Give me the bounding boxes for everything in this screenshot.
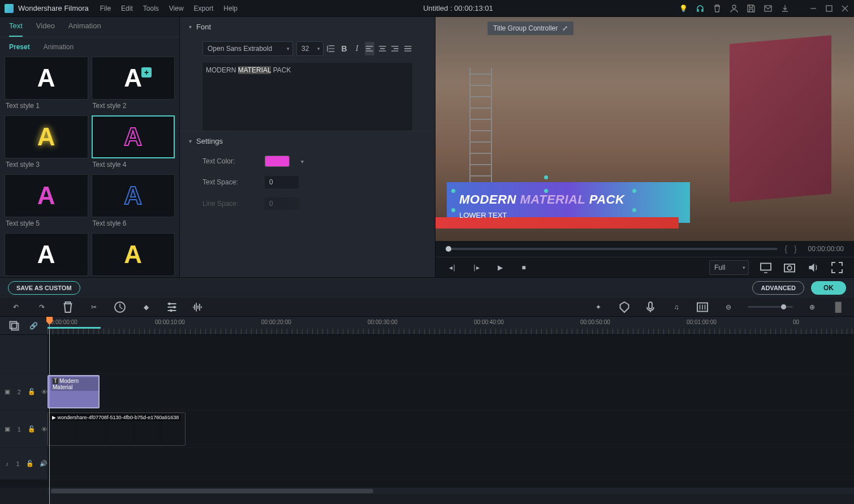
zoom-out-icon[interactable]: ⊖ (722, 300, 735, 314)
timeline-scrollbar[interactable] (48, 488, 854, 494)
crop-icon[interactable]: ◆ (139, 300, 153, 314)
title-group-controller-badge[interactable]: Title Group Controller⤢ (488, 21, 573, 35)
mark-out-icon[interactable]: } (794, 244, 797, 253)
subtab-animation[interactable]: Animation (44, 43, 74, 51)
svg-rect-2 (826, 6, 832, 11)
tab-text[interactable]: Text (9, 21, 23, 37)
ok-button[interactable]: OK (811, 281, 846, 295)
text-style-8[interactable]: A (92, 233, 175, 276)
user-icon[interactable] (730, 4, 739, 13)
adjust-icon[interactable] (165, 300, 179, 314)
range-indicator (48, 327, 101, 329)
save-as-custom-button[interactable]: SAVE AS CUSTOM (8, 281, 80, 295)
menu-view[interactable]: View (169, 5, 184, 12)
maximize-icon[interactable] (825, 4, 834, 13)
zoom-fit-icon[interactable]: ▐▌ (831, 300, 845, 314)
clip-text-title[interactable]: TModern Material (48, 375, 100, 408)
svg-point-5 (787, 266, 792, 270)
subtab-preset[interactable]: Preset (9, 43, 30, 51)
font-section-header[interactable]: ▾Font (180, 17, 435, 37)
align-justify-icon[interactable] (403, 42, 412, 55)
text-style-7[interactable]: A (5, 233, 88, 276)
link-icon[interactable]: 🔗 (27, 319, 40, 333)
chevron-down-icon[interactable]: ▾ (301, 158, 304, 165)
speed-icon[interactable] (113, 300, 127, 314)
text-style-6[interactable]: AText style 6 (92, 174, 175, 232)
snapshot-icon[interactable] (783, 261, 796, 274)
font-size-select[interactable]: 32 (296, 41, 324, 56)
text-space-input[interactable] (265, 176, 299, 188)
scene-ladder (469, 68, 492, 198)
render-icon[interactable]: ✦ (592, 300, 605, 314)
prev-frame-icon[interactable]: ◂∣ (446, 261, 459, 274)
menu-help[interactable]: Help (223, 5, 238, 12)
track-video-icon: ▣ (5, 425, 11, 433)
advanced-button[interactable]: ADVANCED (752, 281, 804, 295)
mixer-icon[interactable] (696, 300, 709, 314)
download-icon[interactable] (780, 4, 790, 13)
duplicate-icon[interactable] (7, 319, 21, 333)
svg-rect-10 (649, 302, 652, 309)
marker-icon[interactable] (618, 300, 631, 314)
lock-icon[interactable]: 🔓 (28, 425, 36, 433)
text-color-swatch[interactable] (265, 156, 290, 167)
menu-tools[interactable]: Tools (143, 5, 159, 12)
text-style-5[interactable]: AText style 5 (5, 174, 88, 232)
lock-icon[interactable]: 🔓 (26, 460, 34, 468)
line-space-input[interactable] (265, 197, 299, 210)
align-center-icon[interactable] (378, 42, 387, 55)
audio-wave-icon[interactable] (191, 300, 205, 314)
display-icon[interactable] (759, 261, 773, 274)
zoom-slider[interactable] (748, 306, 793, 308)
delete-icon[interactable] (61, 300, 75, 314)
tab-animation[interactable]: Animation (68, 21, 101, 37)
text-style-2[interactable]: A+Text style 2 (92, 57, 175, 114)
mark-in-icon[interactable]: { (784, 244, 787, 253)
tab-video[interactable]: Video (36, 21, 55, 37)
volume-icon[interactable] (806, 261, 820, 274)
close-icon[interactable] (840, 4, 849, 13)
settings-section-header[interactable]: ▾Settings (180, 131, 435, 151)
music-icon[interactable]: ♫ (670, 300, 683, 314)
font-family-select[interactable]: Open Sans Extrabold (202, 41, 293, 56)
undo-icon[interactable]: ↶ (9, 300, 23, 314)
clip-video-main[interactable]: ▶ wondershare-4f07708f-5130-4fb0-b75d-e1… (48, 412, 186, 446)
text-style-1[interactable]: AText style 1 (5, 57, 88, 114)
preview-video[interactable]: Title Group Controller⤢ MODERN MATERIAL … (435, 17, 854, 241)
mail-icon[interactable] (764, 4, 773, 13)
mute-icon[interactable]: 🔊 (40, 460, 48, 468)
scrub-track[interactable] (446, 248, 778, 250)
italic-icon[interactable]: I (352, 42, 361, 55)
title-overlay[interactable]: MODERN MATERIAL PACK LOWER TEXT (435, 182, 854, 223)
minimize-icon[interactable] (809, 4, 818, 13)
eye-icon[interactable]: 👁 (41, 425, 48, 433)
fullscreen-icon[interactable] (830, 261, 844, 274)
lock-icon[interactable]: 🔓 (28, 388, 36, 396)
split-icon[interactable]: ✂ (87, 300, 101, 314)
save-icon[interactable] (747, 4, 756, 13)
menu-file[interactable]: File (100, 5, 111, 12)
play-icon[interactable]: ▶ (493, 261, 507, 274)
text-style-4[interactable]: AText style 4 (92, 115, 175, 173)
menu-export[interactable]: Export (194, 5, 214, 12)
preview-quality-select[interactable]: Full (709, 260, 749, 275)
timeline-ruler[interactable]: 00:00:00:00 00:00:10:00 00:00:20:00 00:0… (48, 317, 854, 334)
line-height-icon[interactable] (327, 42, 336, 55)
playhead[interactable] (49, 317, 50, 504)
redo-icon[interactable]: ↷ (35, 300, 49, 314)
stop-icon[interactable]: ■ (517, 261, 530, 274)
headphones-icon[interactable] (696, 4, 705, 13)
timeline: ↶ ↷ ✂ ◆ ✦ ♫ ⊖ ⊕ ▐▌ 🔗 00:00:00:00 00:00:1… (0, 298, 854, 494)
menu-edit[interactable]: Edit (121, 5, 133, 12)
eye-icon[interactable]: 👁 (41, 388, 48, 396)
voiceover-icon[interactable] (644, 300, 657, 314)
text-content-input[interactable]: MODERN MATERIAL PACK (202, 63, 412, 131)
text-style-3[interactable]: AText style 3 (5, 115, 88, 173)
lightbulb-icon[interactable]: 💡 (679, 4, 688, 13)
bold-icon[interactable]: B (339, 42, 348, 55)
align-right-icon[interactable] (390, 42, 399, 55)
next-frame-icon[interactable]: ∣▸ (469, 261, 483, 274)
align-left-icon[interactable] (365, 42, 374, 55)
zoom-in-icon[interactable]: ⊕ (805, 300, 819, 314)
trash-icon[interactable] (713, 4, 722, 13)
